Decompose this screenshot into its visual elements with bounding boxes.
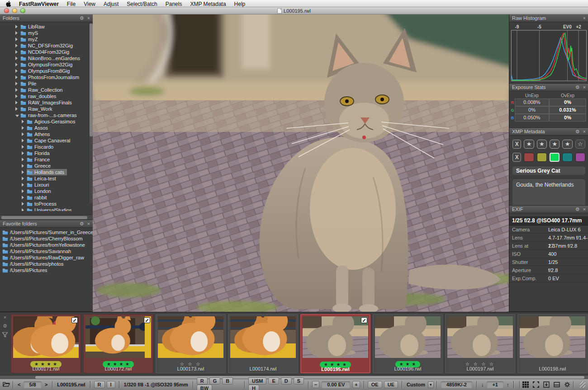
folder-tree-item[interactable]: LibRaw — [0, 23, 93, 30]
thumbnail-rating[interactable]: ☆ ☆ ☆ — [156, 359, 225, 366]
close-icon[interactable]: × — [583, 84, 586, 91]
thumbnail[interactable]: ★ ★ ★L000196.rwl — [373, 314, 443, 373]
oe-button[interactable]: OE — [368, 381, 382, 388]
close-icon[interactable]: × — [87, 15, 90, 22]
filter-icon[interactable] — [2, 332, 8, 338]
folder-tree-item[interactable]: raw-from-...s-cameras — [0, 112, 93, 118]
folder-tree-item[interactable]: Raw_Work — [0, 106, 93, 112]
folder-tree-item[interactable]: Raw_Collection — [0, 87, 93, 93]
color-label-swatch-0[interactable] — [524, 153, 534, 162]
folder-tree-item[interactable]: Fiscardo — [0, 144, 93, 150]
zoom-window-button[interactable] — [20, 8, 25, 13]
close-icon[interactable]: × — [4, 315, 6, 320]
color-label-swatch-3[interactable] — [562, 153, 572, 162]
folder-tree-item[interactable]: Hollands cats — [0, 169, 93, 175]
clear-color-label-button[interactable]: X — [512, 153, 521, 162]
gear-icon[interactable]: ⚙ — [575, 206, 580, 213]
folder-tree-item[interactable]: NikonBroo...enGardens — [0, 55, 93, 61]
thumbnail-rating[interactable]: ★ ★ ★ ★ — [301, 360, 370, 367]
folder-tree-item[interactable]: PhotosFromJournalism — [0, 74, 93, 80]
histogram-panel-header[interactable]: Raw Histogram × — [509, 14, 588, 22]
checkbox-checked-icon[interactable]: ✓ — [361, 317, 367, 323]
thumbnail-photo[interactable] — [520, 316, 585, 358]
thumbnail-rating[interactable] — [518, 359, 587, 366]
folder-tree-item[interactable]: Cape Canaveral — [0, 137, 93, 144]
star-rating-button-3[interactable]: ★ — [550, 140, 560, 149]
channel-button-bw[interactable]: BW — [197, 385, 212, 390]
mode-button-usm[interactable]: USM — [248, 377, 266, 385]
checkbox-checked-icon[interactable]: ✓ — [144, 317, 150, 323]
thumbnail-photo[interactable]: ✓ — [85, 316, 151, 358]
info-toggle-button[interactable]: I — [107, 381, 115, 388]
menu-item-panels[interactable]: Panels — [161, 1, 186, 7]
star-rating-button-1[interactable]: ★ — [524, 140, 534, 149]
star-rating-button-2[interactable]: ★ — [537, 140, 547, 149]
settings-gear-icon[interactable] — [564, 381, 570, 388]
favorites-panel-header[interactable]: Favorite folders ⚙ × — [0, 220, 93, 228]
chevron-down-icon[interactable]: ▼ — [428, 381, 434, 388]
folder-tree-item[interactable]: France — [0, 156, 93, 163]
folder-tree-item[interactable]: rabbit — [0, 194, 93, 201]
apple-menu-icon[interactable] — [5, 0, 11, 6]
color-label-swatch-2[interactable] — [550, 153, 560, 162]
mode-button-s[interactable]: S — [294, 377, 304, 385]
ev-plus-button[interactable]: + — [352, 381, 360, 388]
folder-tree-item[interactable]: NC_DFSFrom32Gig — [0, 42, 93, 49]
xmp-panel-header[interactable]: XMP Metadata ⚙ × — [509, 128, 588, 136]
window-title-bar[interactable]: L000195.rwl — [0, 7, 588, 14]
gear-icon[interactable]: ⚙ — [80, 221, 84, 227]
thumbnail[interactable]: ☆ ☆ ☆L000173.rwl — [156, 314, 226, 373]
channel-button-b[interactable]: B — [222, 377, 233, 385]
mode-button-d[interactable]: D — [281, 377, 292, 385]
thumbnails-grid-icon[interactable] — [522, 381, 529, 388]
fullscreen-icon[interactable] — [533, 381, 539, 388]
thumbnail-photo[interactable] — [230, 316, 296, 358]
rating-down-button[interactable]: ↓ — [481, 382, 484, 387]
exif-panel-header[interactable]: EXIF ⚙ × — [509, 206, 588, 213]
folder-tree-item[interactable]: OlympusFrom8Gig — [0, 68, 93, 74]
thumbnail-rating[interactable] — [228, 359, 298, 366]
xmp-title-field[interactable]: Serious Grey Cat — [512, 166, 585, 175]
rating-up-button[interactable]: ↑ — [507, 382, 509, 387]
thumbnail-rating[interactable]: ☆ ☆ ☆ ☆ — [446, 359, 515, 366]
clear-rating-button[interactable]: X — [512, 140, 521, 149]
prev-image-button[interactable]: < — [18, 382, 20, 387]
menu-item-file[interactable]: File — [63, 1, 80, 7]
favorite-folder-item[interactable]: /Users/il/Pictures/Summer_in_Greece — [0, 229, 93, 235]
favorite-folder-item[interactable]: /Users/il/Pictures/RawDigger_raw — [0, 254, 93, 261]
folder-tree-item[interactable]: UniversalStudios — [0, 207, 93, 211]
next-image-button[interactable]: > — [45, 382, 47, 387]
favorite-folder-item[interactable]: /Users/il/Pictures/Savannah — [0, 248, 93, 254]
thumbnail-photo[interactable] — [447, 316, 513, 358]
raw-toggle-button[interactable]: R — [94, 381, 105, 388]
thumbnail-photo[interactable]: ✓ — [13, 316, 79, 358]
close-icon[interactable]: × — [583, 206, 586, 213]
close-icon[interactable]: × — [583, 128, 586, 135]
gear-icon[interactable]: ⚙ — [3, 324, 7, 329]
menu-item-adjust[interactable]: Adjust — [100, 1, 123, 7]
panels-icon[interactable] — [554, 381, 560, 388]
folders-vertical-scrollbar[interactable] — [89, 23, 93, 203]
resize-grip[interactable] — [580, 381, 585, 388]
export-icon[interactable] — [543, 381, 550, 388]
close-window-button[interactable] — [4, 8, 9, 13]
folder-tree-item[interactable]: NCD04From32Gig — [0, 49, 93, 55]
folder-tree-item[interactable]: London — [0, 188, 93, 194]
xmp-description-field[interactable]: Gouda, the Netherlands — [512, 179, 585, 206]
thumbnail[interactable]: ✓★ ★ ★ ★L000172.rwl — [83, 314, 153, 373]
mode-button-h[interactable]: H — [248, 385, 259, 390]
folder-tree-item[interactable]: myS — [0, 30, 93, 36]
thumbnail-photo[interactable]: ✓ — [303, 316, 368, 358]
folder-tree-item[interactable]: toProcess — [0, 201, 93, 207]
open-folder-icon[interactable] — [3, 381, 10, 388]
mode-button-e[interactable]: E — [268, 377, 279, 385]
folders-panel-header[interactable]: Folders ⚙ × — [0, 14, 93, 22]
channel-button-g[interactable]: G — [209, 377, 221, 385]
checkbox-checked-icon[interactable]: ✓ — [71, 317, 78, 323]
folder-tree-item[interactable]: Florida — [0, 150, 93, 156]
thumbnail-photo[interactable] — [158, 316, 223, 358]
menu-item-view[interactable]: View — [80, 1, 100, 7]
thumbnail-rating[interactable]: ★ ★ ★ ★ — [84, 359, 153, 366]
star-rating-button-5[interactable]: ☆ — [575, 140, 585, 149]
star-rating-button-4[interactable]: ★ — [562, 140, 572, 149]
